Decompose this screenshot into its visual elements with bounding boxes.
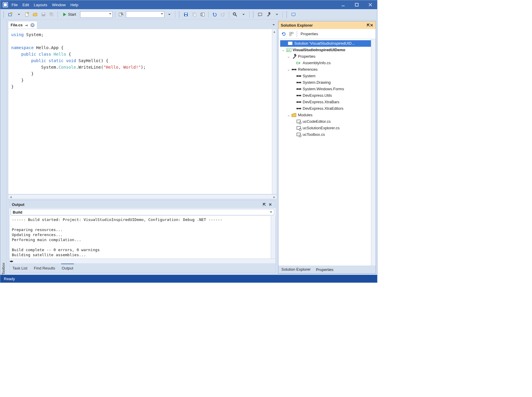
svg-rect-12 <box>119 13 121 16</box>
svg-rect-1 <box>355 3 358 6</box>
tab-find-results[interactable]: Find Results <box>33 264 56 272</box>
solution-explorer-button[interactable] <box>257 11 264 18</box>
toolbar-grip-icon <box>3 11 4 18</box>
properties-dropdown[interactable] <box>273 11 280 18</box>
menu-layouts[interactable]: Layouts <box>32 1 49 8</box>
undo-button[interactable] <box>211 11 218 18</box>
vertical-scrollbar[interactable] <box>271 216 275 259</box>
horizontal-scrollbar[interactable]: ◂▸ <box>9 259 275 263</box>
refresh-button[interactable] <box>280 30 287 38</box>
output-header: Output ⇱ ✕ <box>9 201 275 208</box>
tree-node-module[interactable]: ucSolutionExplorer.cs <box>280 125 376 131</box>
solution-explorer-header: Solution Explorer ⇱ ✕ <box>278 21 376 29</box>
new-project-button[interactable] <box>7 11 14 18</box>
reference-icon <box>296 106 301 111</box>
svg-rect-19 <box>194 14 196 17</box>
tree-node-ref[interactable]: System.Drawing <box>280 79 376 86</box>
tree-node-ref[interactable]: System.Windows.Forms <box>280 86 376 92</box>
tree-node-module[interactable]: ucToolbox.cs <box>280 131 376 138</box>
tree-node-project[interactable]: ⌄C#VisualStudioInspiredUIDemo <box>280 47 376 53</box>
svg-rect-26 <box>290 32 291 34</box>
copy-button <box>191 11 198 18</box>
pin-icon[interactable]: ⇱ <box>261 201 267 207</box>
svg-text:C#: C# <box>287 49 290 52</box>
active-files-dropdown[interactable] <box>270 21 277 28</box>
horizontal-scrollbar[interactable]: ◂▸ <box>8 194 277 199</box>
toolbar-grip-icon <box>286 11 288 18</box>
menu-edit[interactable]: Edit <box>21 1 31 8</box>
document-tab[interactable]: File.cs ⫤ ✕ <box>8 21 37 29</box>
find-dropdown[interactable] <box>240 11 247 18</box>
close-icon[interactable]: ✕ <box>370 23 373 28</box>
svg-rect-7 <box>27 12 29 14</box>
solution-explorer-panel: Solution Explorer ⇱ ✕ Properties Solutio… <box>278 21 376 274</box>
svg-rect-27 <box>292 32 293 34</box>
redo-button <box>219 11 226 18</box>
search-combo[interactable] <box>126 11 164 18</box>
toolbar-grip-icon <box>253 11 254 18</box>
tab-solution-explorer[interactable]: Solution Explorer <box>281 267 311 272</box>
menu-help[interactable]: Help <box>69 1 80 8</box>
tree-node-assemblyinfo[interactable]: C#AssemblyInfo.cs <box>280 60 376 66</box>
save-solution-button[interactable] <box>182 11 189 18</box>
tree-node-ref[interactable]: DevExpress.XtraBars <box>280 99 376 105</box>
pin-icon[interactable]: ⫤ <box>25 23 28 27</box>
wrench-icon <box>291 54 297 59</box>
tab-properties[interactable]: Properties <box>316 267 333 272</box>
close-icon[interactable]: ✕ <box>267 201 273 207</box>
properties-toolbar-label[interactable]: Properties <box>301 32 318 36</box>
find-in-files-button[interactable] <box>118 11 125 18</box>
toolbox-tab[interactable]: Toolbox <box>0 20 7 275</box>
properties-window-button[interactable] <box>265 11 272 18</box>
collapse-all-button[interactable] <box>288 30 295 38</box>
solution-tree[interactable]: Solution 'VisualStudioInspiredUID... ⌄C#… <box>278 39 376 266</box>
vertical-scrollbar[interactable] <box>371 39 376 266</box>
output-text[interactable]: ------ Build started: Project: VisualStu… <box>9 216 275 259</box>
svg-rect-17 <box>185 15 187 16</box>
configuration-combo[interactable] <box>80 11 113 18</box>
reference-icon <box>296 74 301 78</box>
tree-node-ref[interactable]: DevExpress.XtraEditors <box>280 105 376 112</box>
output-panel: Output ⇱ ✕ Build ------ Build started: P… <box>9 200 276 272</box>
vertical-scrollbar[interactable]: ▴ <box>272 29 277 194</box>
window-close-button[interactable] <box>364 0 377 9</box>
tree-node-ref[interactable]: System <box>280 73 376 79</box>
tree-node-module[interactable]: ucCodeEditor.cs <box>280 118 376 125</box>
save-button <box>40 11 47 18</box>
open-folder-button[interactable] <box>32 11 39 18</box>
search-dropdown[interactable] <box>166 11 173 18</box>
tree-node-references[interactable]: ⌄References <box>280 66 376 73</box>
output-category-combo[interactable]: Build <box>11 209 274 215</box>
svg-rect-38 <box>298 76 300 76</box>
reference-icon <box>296 87 301 91</box>
tab-task-list[interactable]: Task List <box>12 264 28 272</box>
code-text[interactable]: using System; namespace Hello.App { publ… <box>8 29 272 194</box>
window: File Edit Layouts Window Help Start <box>0 0 377 283</box>
new-file-button[interactable] <box>23 11 30 18</box>
menu-file[interactable]: File <box>10 1 20 8</box>
tree-node-properties[interactable]: ⌄Properties <box>280 53 376 60</box>
folder-icon <box>291 113 297 117</box>
window-maximize-button[interactable] <box>350 0 364 9</box>
svg-rect-41 <box>298 82 300 83</box>
svg-rect-25 <box>292 13 295 16</box>
tree-node-solution[interactable]: Solution 'VisualStudioInspiredUID... <box>280 40 376 47</box>
code-editor[interactable]: using System; namespace Hello.App { publ… <box>8 29 277 194</box>
play-icon <box>63 13 66 16</box>
tab-output[interactable]: Output <box>61 264 74 272</box>
menu-window[interactable]: Window <box>50 1 67 8</box>
pin-icon[interactable]: ⇱ <box>367 23 370 28</box>
paste-button[interactable] <box>199 11 206 18</box>
tree-node-modules[interactable]: ⌄Modules <box>280 112 376 118</box>
svg-rect-28 <box>290 34 291 36</box>
svg-rect-50 <box>298 102 300 102</box>
window-minimize-button[interactable] <box>336 0 350 9</box>
chevron-down-icon <box>161 13 163 16</box>
tree-node-ref[interactable]: DevExpress.Utils <box>280 92 376 99</box>
svg-point-59 <box>299 135 301 137</box>
close-icon[interactable]: ✕ <box>30 23 35 27</box>
find-button[interactable] <box>231 11 239 18</box>
toolbox-button[interactable] <box>290 11 297 18</box>
new-project-dropdown[interactable] <box>15 11 22 18</box>
start-button[interactable]: Start <box>60 11 79 18</box>
